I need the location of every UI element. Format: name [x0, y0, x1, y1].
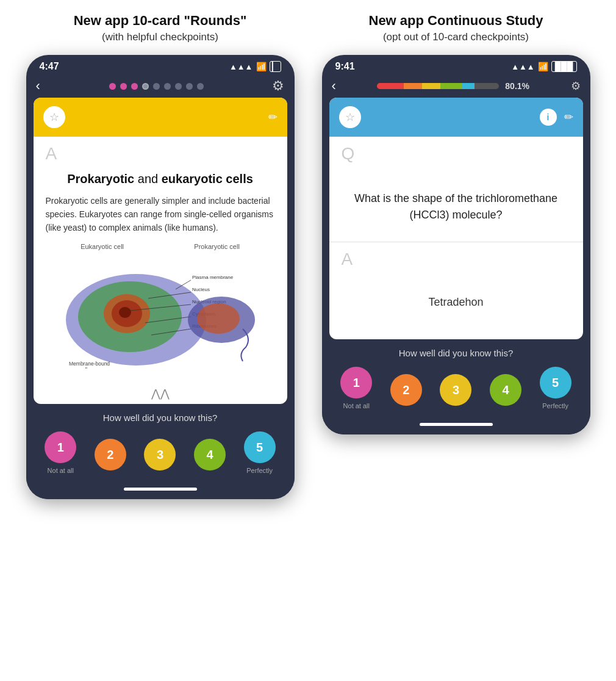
question-text: What is the shape of the trichloromethan…	[329, 166, 583, 242]
rating-item-2-left: 2	[95, 439, 126, 474]
right-title: New app Continuous Study	[323, 12, 589, 30]
dot-6	[164, 83, 171, 90]
svg-text:Plasma membrane: Plasma membrane	[192, 275, 234, 280]
star-button-left[interactable]: ☆	[43, 106, 65, 128]
svg-text:Nucleus: Nucleus	[192, 287, 210, 292]
dot-3	[131, 83, 138, 90]
cell-labels: Eukaryotic cell Prokaryotic cell	[46, 243, 275, 250]
rating-5-left[interactable]: 5	[244, 431, 276, 463]
rating-buttons-right: 1 Not at all 2 3 4	[332, 367, 581, 412]
rating-item-2-right: 2	[390, 374, 422, 409]
card-header-left: ☆ ✏	[34, 98, 287, 137]
rating-3-left[interactable]: 3	[144, 439, 176, 470]
scroll-up-icon[interactable]: ⋀⋀	[34, 381, 287, 404]
left-subtitle: (with helpful checkpoints)	[27, 30, 293, 45]
signal-icon: ▲▲▲	[229, 62, 253, 71]
phones-row: 4:47 ▲▲▲ 📶 ▏ ‹	[12, 55, 604, 499]
progress-bar-right	[377, 83, 499, 89]
card-title-left: Prokaryotic and eukaryotic cells	[46, 172, 275, 186]
rating-buttons-left: 1 Not at all 2 3 4	[36, 431, 285, 477]
rating-item-5-left: 5 Perfectly	[244, 431, 276, 474]
flashcard-left: ☆ ✏ A Prokaryotic and eukaryotic cells P…	[34, 98, 287, 404]
svg-text:organelles: organelles	[69, 367, 93, 369]
edit-icon-right[interactable]: ✏	[564, 110, 573, 124]
settings-icon-left[interactable]: ⚙	[272, 78, 284, 94]
settings-icon-right[interactable]: ⚙	[571, 79, 581, 93]
dot-8	[186, 83, 193, 90]
label-prokaryotic: Prokaryotic cell	[194, 243, 240, 250]
rating-item-1-left: 1 Not at all	[45, 431, 76, 474]
rating-2-right[interactable]: 2	[390, 374, 422, 406]
rating-label-1-right: Not at all	[343, 402, 370, 409]
prog-teal	[462, 83, 475, 89]
svg-point-16	[197, 303, 240, 334]
status-icons-left: ▲▲▲ 📶 ▏	[229, 61, 281, 72]
label-eukaryotic: Eukaryotic cell	[81, 243, 124, 250]
card-body-left: Prokaryotic cells are generally simpler …	[46, 195, 275, 234]
back-button-right[interactable]: ‹	[332, 78, 336, 94]
dot-2	[120, 83, 127, 90]
svg-text:Membrane-bound: Membrane-bound	[69, 361, 110, 367]
edit-icon-left[interactable]: ✏	[268, 110, 278, 124]
nav-bar-left: ‹ ⚙	[26, 74, 295, 98]
home-bar-left	[124, 488, 197, 491]
rating-4-right[interactable]: 4	[490, 374, 521, 406]
rating-5-right[interactable]: 5	[540, 367, 571, 398]
rating-label-5-right: Perfectly	[542, 402, 568, 409]
status-bar-right: 9:41 ▲▲▲ 📶 ███	[322, 55, 590, 74]
phone-right: 9:41 ▲▲▲ 📶 ███ ‹	[322, 55, 590, 434]
time-right: 9:41	[335, 61, 355, 72]
card-content-left: Prokaryotic and eukaryotic cells Prokary…	[34, 166, 287, 381]
signal-icon-right: ▲▲▲	[511, 62, 535, 71]
dot-1	[109, 83, 116, 90]
prog-gray	[475, 83, 499, 89]
rating-item-5-right: 5 Perfectly	[540, 367, 571, 409]
progress-percentage: 80.1%	[505, 81, 529, 91]
dot-4	[142, 83, 149, 90]
answer-letter-right: A	[329, 242, 583, 272]
headers-row: New app 10-card "Rounds" (with helpful c…	[12, 12, 604, 44]
cell-svg: Plasma membrane Nucleus Nucleoid region …	[46, 253, 275, 369]
question-letter: Q	[329, 137, 583, 166]
rating-item-4-right: 4	[490, 374, 521, 409]
rating-1-left[interactable]: 1	[45, 431, 76, 463]
phone-left: 4:47 ▲▲▲ 📶 ▏ ‹	[26, 55, 295, 499]
progress-dots-left	[109, 83, 204, 90]
rating-item-3-left: 3	[144, 439, 176, 474]
left-header: New app 10-card "Rounds" (with helpful c…	[27, 12, 293, 44]
dot-9	[197, 83, 204, 90]
prog-orange	[404, 83, 422, 89]
dot-5	[153, 83, 160, 90]
rating-item-3-right: 3	[440, 374, 471, 409]
time-left: 4:47	[40, 61, 59, 72]
home-indicator-left	[26, 483, 295, 499]
page-layout: New app 10-card "Rounds" (with helpful c…	[12, 12, 604, 499]
rating-1-right[interactable]: 1	[340, 367, 372, 398]
home-bar-right	[420, 423, 493, 426]
prog-red	[377, 83, 404, 89]
battery-icon: ▏	[270, 61, 281, 72]
info-icon-right[interactable]: i	[540, 109, 557, 126]
rating-2-left[interactable]: 2	[95, 439, 126, 470]
rating-4-left[interactable]: 4	[194, 439, 226, 470]
rating-3-right[interactable]: 3	[440, 374, 471, 406]
star-button-right[interactable]: ☆	[339, 106, 361, 128]
nav-bar-right: ‹ 80.1% ⚙	[322, 74, 590, 98]
left-title: New app 10-card "Rounds"	[27, 12, 293, 30]
battery-icon-right: ███	[551, 61, 577, 72]
flashcard-right: ☆ i ✏ Q What is the shape of the trichlo…	[329, 98, 583, 339]
dot-7	[175, 83, 182, 90]
home-indicator-right	[322, 418, 590, 434]
back-button-left[interactable]: ‹	[36, 78, 40, 94]
rating-section-right: How well did you know this? 1 Not at all…	[322, 339, 590, 418]
prog-green	[440, 83, 462, 89]
prog-yellow	[422, 83, 440, 89]
rating-label-left: How well did you know this?	[36, 413, 285, 423]
rating-label-1-left: Not at all	[48, 467, 74, 474]
rating-item-4-left: 4	[194, 439, 226, 474]
answer-text: Tetradehon	[329, 272, 583, 339]
rating-label-right: How well did you know this?	[332, 348, 581, 358]
status-bar-left: 4:47 ▲▲▲ 📶 ▏	[26, 55, 295, 74]
right-subtitle: (opt out of 10-card checkpoints)	[323, 30, 589, 45]
answer-letter-left: A	[34, 137, 287, 166]
